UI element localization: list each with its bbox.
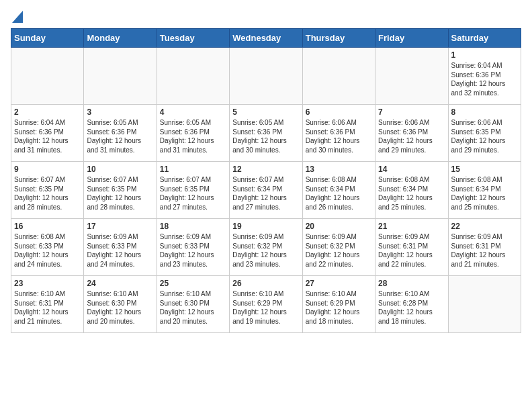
day-number: 25 [160,279,226,288]
day-info: Sunrise: 6:09 AM Sunset: 6:33 PM Dayligh… [87,232,153,269]
calendar-cell: 2Sunrise: 6:04 AM Sunset: 6:36 PM Daylig… [11,105,84,162]
day-number: 4 [160,107,226,117]
day-info: Sunrise: 6:10 AM Sunset: 6:29 PM Dayligh… [232,289,299,326]
calendar-cell: 5Sunrise: 6:05 AM Sunset: 6:36 PM Daylig… [230,105,302,162]
day-info: Sunrise: 6:08 AM Sunset: 6:34 PM Dayligh… [306,175,372,212]
header-row: SundayMondayTuesdayWednesdayThursdayFrid… [11,29,521,48]
day-number: 14 [378,165,445,174]
calendar-cell: 16Sunrise: 6:08 AM Sunset: 6:33 PM Dayli… [11,219,84,276]
calendar-cell: 20Sunrise: 6:09 AM Sunset: 6:32 PM Dayli… [302,219,375,276]
day-info: Sunrise: 6:09 AM Sunset: 6:31 PM Dayligh… [451,232,518,269]
calendar-cell: 1Sunrise: 6:04 AM Sunset: 6:36 PM Daylig… [448,48,521,105]
logo [11,11,23,23]
calendar-cell: 3Sunrise: 6:05 AM Sunset: 6:36 PM Daylig… [84,105,157,162]
day-info: Sunrise: 6:06 AM Sunset: 6:35 PM Dayligh… [451,118,518,154]
calendar-table: SundayMondayTuesdayWednesdayThursdayFrid… [11,28,521,333]
day-info: Sunrise: 6:06 AM Sunset: 6:36 PM Dayligh… [306,118,372,154]
calendar-cell [11,48,84,105]
week-row-1: 1Sunrise: 6:04 AM Sunset: 6:36 PM Daylig… [11,48,521,105]
day-number: 28 [378,279,445,288]
calendar-cell: 15Sunrise: 6:08 AM Sunset: 6:34 PM Dayli… [448,162,521,219]
day-info: Sunrise: 6:07 AM Sunset: 6:35 PM Dayligh… [14,175,81,212]
day-info: Sunrise: 6:09 AM Sunset: 6:32 PM Dayligh… [232,232,299,269]
day-number: 3 [87,107,153,117]
day-info: Sunrise: 6:10 AM Sunset: 6:28 PM Dayligh… [378,289,445,326]
week-row-5: 23Sunrise: 6:10 AM Sunset: 6:31 PM Dayli… [11,276,521,333]
calendar-cell: 13Sunrise: 6:08 AM Sunset: 6:34 PM Dayli… [302,162,375,219]
day-info: Sunrise: 6:05 AM Sunset: 6:36 PM Dayligh… [87,118,153,154]
day-number: 20 [306,222,372,231]
day-number: 22 [451,222,518,231]
calendar-cell: 14Sunrise: 6:08 AM Sunset: 6:34 PM Dayli… [375,162,448,219]
header-saturday: Saturday [448,29,521,48]
day-info: Sunrise: 6:05 AM Sunset: 6:36 PM Dayligh… [160,118,226,154]
calendar-cell [157,48,229,105]
day-info: Sunrise: 6:09 AM Sunset: 6:33 PM Dayligh… [160,232,226,269]
day-number: 1 [451,50,518,60]
calendar-cell: 22Sunrise: 6:09 AM Sunset: 6:31 PM Dayli… [448,219,521,276]
calendar-cell: 23Sunrise: 6:10 AM Sunset: 6:31 PM Dayli… [11,276,84,333]
day-number: 23 [14,279,81,288]
week-row-3: 9Sunrise: 6:07 AM Sunset: 6:35 PM Daylig… [11,162,521,219]
calendar-cell: 17Sunrise: 6:09 AM Sunset: 6:33 PM Dayli… [84,219,157,276]
day-info: Sunrise: 6:05 AM Sunset: 6:36 PM Dayligh… [232,118,299,154]
day-number: 13 [306,165,372,174]
day-number: 2 [14,107,81,117]
header-sunday: Sunday [11,29,84,48]
day-info: Sunrise: 6:10 AM Sunset: 6:30 PM Dayligh… [87,289,153,326]
calendar-cell: 6Sunrise: 6:06 AM Sunset: 6:36 PM Daylig… [302,105,375,162]
day-number: 16 [14,222,81,231]
calendar-cell: 18Sunrise: 6:09 AM Sunset: 6:33 PM Dayli… [157,219,229,276]
day-info: Sunrise: 6:09 AM Sunset: 6:31 PM Dayligh… [378,232,445,269]
calendar-cell: 26Sunrise: 6:10 AM Sunset: 6:29 PM Dayli… [230,276,302,333]
day-info: Sunrise: 6:06 AM Sunset: 6:36 PM Dayligh… [378,118,445,154]
day-number: 17 [87,222,153,231]
day-info: Sunrise: 6:10 AM Sunset: 6:30 PM Dayligh… [160,289,226,326]
calendar-cell: 12Sunrise: 6:07 AM Sunset: 6:34 PM Dayli… [230,162,302,219]
day-number: 10 [87,165,153,174]
day-number: 9 [14,165,81,174]
day-number: 21 [378,222,445,231]
header-wednesday: Wednesday [230,29,302,48]
svg-marker-0 [12,11,23,23]
calendar-cell [375,48,448,105]
day-number: 26 [232,279,299,288]
calendar-cell: 4Sunrise: 6:05 AM Sunset: 6:36 PM Daylig… [157,105,229,162]
day-info: Sunrise: 6:08 AM Sunset: 6:33 PM Dayligh… [14,232,81,269]
calendar-cell: 19Sunrise: 6:09 AM Sunset: 6:32 PM Dayli… [230,219,302,276]
day-number: 15 [451,165,518,174]
day-number: 24 [87,279,153,288]
day-number: 27 [306,279,372,288]
day-number: 7 [378,107,445,117]
week-row-4: 16Sunrise: 6:08 AM Sunset: 6:33 PM Dayli… [11,219,521,276]
header-tuesday: Tuesday [157,29,229,48]
day-info: Sunrise: 6:08 AM Sunset: 6:34 PM Dayligh… [451,175,518,212]
header-monday: Monday [84,29,157,48]
calendar-cell [230,48,302,105]
calendar-cell: 11Sunrise: 6:07 AM Sunset: 6:35 PM Dayli… [157,162,229,219]
day-number: 8 [451,107,518,117]
day-info: Sunrise: 6:07 AM Sunset: 6:34 PM Dayligh… [232,175,299,212]
logo-triangle-icon [12,11,23,23]
day-number: 5 [232,107,299,117]
calendar-cell [448,276,521,333]
calendar-cell: 21Sunrise: 6:09 AM Sunset: 6:31 PM Dayli… [375,219,448,276]
calendar-cell: 25Sunrise: 6:10 AM Sunset: 6:30 PM Dayli… [157,276,229,333]
week-row-2: 2Sunrise: 6:04 AM Sunset: 6:36 PM Daylig… [11,105,521,162]
calendar-cell: 8Sunrise: 6:06 AM Sunset: 6:35 PM Daylig… [448,105,521,162]
calendar-cell: 7Sunrise: 6:06 AM Sunset: 6:36 PM Daylig… [375,105,448,162]
calendar-cell [84,48,157,105]
calendar-cell: 9Sunrise: 6:07 AM Sunset: 6:35 PM Daylig… [11,162,84,219]
day-info: Sunrise: 6:04 AM Sunset: 6:36 PM Dayligh… [14,118,81,154]
day-number: 12 [232,165,299,174]
day-number: 6 [306,107,372,117]
day-info: Sunrise: 6:10 AM Sunset: 6:29 PM Dayligh… [306,289,372,326]
header-thursday: Thursday [302,29,375,48]
day-info: Sunrise: 6:07 AM Sunset: 6:35 PM Dayligh… [87,175,153,212]
day-info: Sunrise: 6:08 AM Sunset: 6:34 PM Dayligh… [378,175,445,212]
day-info: Sunrise: 6:09 AM Sunset: 6:32 PM Dayligh… [306,232,372,269]
calendar-cell: 28Sunrise: 6:10 AM Sunset: 6:28 PM Dayli… [375,276,448,333]
day-number: 11 [160,165,226,174]
day-info: Sunrise: 6:10 AM Sunset: 6:31 PM Dayligh… [14,289,81,326]
day-number: 18 [160,222,226,231]
